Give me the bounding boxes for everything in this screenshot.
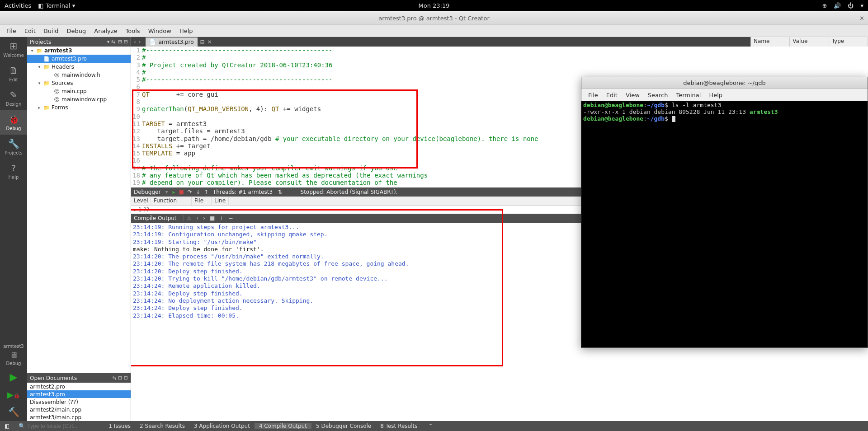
dbg-stop-icon[interactable]: ■: [179, 189, 184, 195]
power-icon[interactable]: ⏻: [848, 2, 854, 9]
debugger-label: Debugger: [134, 189, 160, 195]
split-icon[interactable]: ⊟: [200, 39, 205, 45]
locate-input[interactable]: [27, 423, 99, 429]
tree-item[interactable]: ⓒmain.cpp: [27, 87, 131, 95]
close-document-icon[interactable]: ✕: [208, 39, 212, 45]
menu-window[interactable]: Window: [144, 28, 175, 34]
tree-item[interactable]: ▾📁Sources: [27, 79, 131, 87]
project-tree[interactable]: ▾📁armtest3📄armtest3.pro▾📁Headersⓗmainwin…: [27, 47, 131, 112]
mode-design[interactable]: ✎Design: [0, 86, 27, 110]
menu-tools[interactable]: Tools: [122, 28, 144, 34]
mode-bar: ⊞Welcome🗎Edit✎Design🐞Debug🔧Projects?Help…: [0, 37, 27, 421]
zoom-out-icon[interactable]: −: [228, 215, 233, 221]
dbg-continue-icon[interactable]: ▸: [172, 189, 175, 195]
mode-welcome[interactable]: ⊞Welcome: [0, 37, 27, 61]
nav-fwd-icon[interactable]: ›: [139, 39, 141, 45]
tree-item[interactable]: ⓗmainwindow.h: [27, 71, 131, 79]
monitor-icon: 🖥: [9, 350, 18, 360]
opendoc-item[interactable]: armtest2/main.cpp: [27, 406, 131, 413]
tree-item[interactable]: ▸📁Forms: [27, 103, 131, 112]
sidebar-toggle-icon[interactable]: ◧: [0, 423, 14, 429]
dbg-step-into-icon[interactable]: ↓: [196, 189, 200, 195]
output-chevron-icon[interactable]: ⌃: [424, 423, 437, 429]
menubar: FileEditBuildDebugAnalyzeToolsWindowHelp: [0, 25, 868, 37]
output-tab[interactable]: 1 Issues: [104, 423, 135, 429]
term-menu-search[interactable]: Search: [644, 92, 672, 98]
projects-pane-header: Projects ▾ ⇆ ⊞ ⊟: [27, 37, 131, 47]
output-tab[interactable]: 4 Compile Output: [255, 423, 311, 429]
next-icon[interactable]: ›: [203, 215, 205, 221]
output-tab[interactable]: 3 Application Output: [189, 423, 255, 429]
stack-col: Line: [212, 197, 229, 205]
gnome-top-bar: Activities ◧ Terminal ▾ Mon 23:19 ⊕ 🔊 ⏻ …: [0, 0, 868, 11]
locals-col: Value: [790, 37, 829, 47]
dbg-step-over-icon[interactable]: ↷: [188, 189, 192, 195]
debugger-status: Stopped: Aborted (Signal SIGABRT).: [301, 189, 398, 195]
term-menu-file[interactable]: File: [584, 92, 602, 98]
mode-projects[interactable]: 🔧Projects: [0, 135, 27, 159]
opendocs-header: Open Documents ⇆ ⊞ ⊟: [27, 373, 131, 383]
tree-item[interactable]: 📄armtest3.pro: [27, 55, 131, 63]
menu-debug[interactable]: Debug: [63, 28, 90, 34]
terminal-window: debian@beaglebone: ~/gdb FileEditViewSea…: [581, 77, 868, 348]
dbg-step-out-icon[interactable]: ↑: [204, 189, 208, 195]
stack-col: Level: [131, 197, 151, 205]
left-sidebar: Projects ▾ ⇆ ⊞ ⊟ ▾📁armtest3📄armtest3.pro…: [27, 37, 131, 421]
term-menu-edit[interactable]: Edit: [602, 92, 622, 98]
tree-item[interactable]: ▾📁Headers: [27, 63, 131, 71]
menu-edit[interactable]: Edit: [20, 28, 40, 34]
nav-back-icon[interactable]: ‹: [134, 39, 136, 45]
locate-input-wrap[interactable]: 🔍: [14, 423, 104, 429]
editor-tab[interactable]: 📄 armtest3.pro: [146, 37, 198, 47]
current-app[interactable]: ◧ Terminal ▾: [38, 2, 75, 9]
output-tab[interactable]: 8 Test Results: [376, 423, 422, 429]
volume-icon[interactable]: 🔊: [834, 2, 841, 9]
kit-selector[interactable]: armtest3 🖥 Debug: [0, 342, 27, 368]
menu-analyze[interactable]: Analyze: [90, 28, 121, 34]
term-menu-help[interactable]: Help: [705, 92, 726, 98]
locals-header: NameValueType: [750, 37, 868, 47]
tree-item[interactable]: ⓒmainwindow.cpp: [27, 95, 131, 103]
terminal-titlebar: debian@beaglebone: ~/gdb: [581, 77, 868, 89]
opendoc-item[interactable]: armtest2.pro: [27, 383, 131, 390]
output-tab[interactable]: 2 Search Results: [135, 423, 189, 429]
network-icon[interactable]: ⊕: [822, 2, 827, 9]
menu-help[interactable]: Help: [175, 28, 197, 34]
mode-debug[interactable]: 🐞Debug: [0, 110, 27, 135]
clock[interactable]: Mon 23:19: [418, 2, 449, 9]
locals-col: Type: [829, 37, 868, 47]
window-title: armtest3.pro @ armtest3 - Qt Creator: [378, 15, 490, 22]
stack-col: File: [192, 197, 212, 205]
mode-edit[interactable]: 🗎Edit: [0, 61, 27, 86]
window-close-icon[interactable]: ✕: [859, 15, 864, 22]
term-menu-terminal[interactable]: Terminal: [672, 92, 705, 98]
thread-selector[interactable]: Threads: #1 armtest3 ⇅: [213, 189, 283, 195]
menu-file[interactable]: File: [2, 28, 20, 34]
mode-help[interactable]: ?Help: [0, 159, 27, 183]
filter-output-icon[interactable]: ♨: [187, 215, 192, 221]
terminal-cursor: [672, 116, 675, 122]
build-button[interactable]: 🔨: [0, 403, 27, 421]
stop-build-icon[interactable]: ■: [210, 215, 215, 221]
stack-col: Function: [151, 197, 192, 205]
open-documents-list[interactable]: armtest2.proarmtest3.proDisassembler (??…: [27, 383, 131, 421]
zoom-in-icon[interactable]: +: [219, 215, 224, 221]
activities-button[interactable]: Activities: [5, 2, 31, 9]
debug-run-button[interactable]: ▶🐞: [0, 386, 27, 403]
opendoc-item[interactable]: Disassembler (??): [27, 398, 131, 406]
tree-item[interactable]: ▾📁armtest3: [27, 47, 131, 55]
prev-icon[interactable]: ‹: [196, 215, 198, 221]
terminal-body[interactable]: debian@beaglebone:~/gdb$ ls -l armtest3 …: [581, 101, 868, 123]
locals-col: Name: [751, 37, 790, 47]
system-menu-chevron-icon[interactable]: ▾: [860, 2, 863, 9]
filter-icon[interactable]: ▾ ⇆: [107, 39, 115, 45]
run-button[interactable]: ▶: [0, 368, 27, 386]
bottom-status-bar: ◧ 🔍 1 Issues2 Search Results3 Applicatio…: [0, 421, 868, 431]
output-tab[interactable]: 5 Debugger Console: [311, 423, 376, 429]
opendoc-item[interactable]: armtest3/main.cpp: [27, 413, 131, 421]
menu-build[interactable]: Build: [40, 28, 63, 34]
opendoc-item[interactable]: armtest3.pro: [27, 390, 131, 398]
term-menu-view[interactable]: View: [622, 92, 644, 98]
sync-icon[interactable]: ⊞ ⊟: [118, 39, 128, 45]
opendocs-tools-icon[interactable]: ⇆ ⊞ ⊟: [112, 375, 128, 381]
